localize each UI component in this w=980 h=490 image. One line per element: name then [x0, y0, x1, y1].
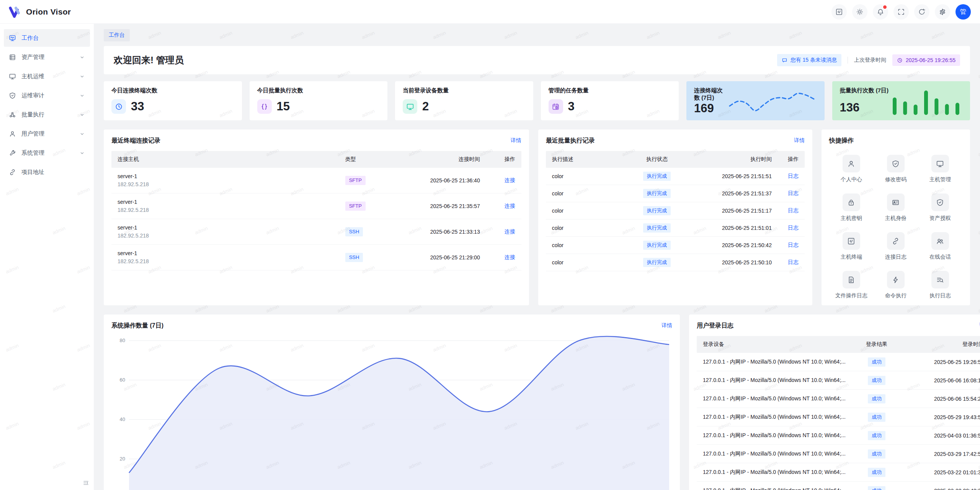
batch-execution-row: color执行完成2025-06-25 21:51:01日志	[546, 220, 805, 237]
sidebar-item-label: 资产管理	[21, 54, 44, 61]
connect-link[interactable]: 连接	[505, 254, 515, 260]
sidebar-item-label: 批量执行	[21, 111, 44, 118]
quick-action-命令执行[interactable]: 命令执行	[874, 271, 918, 299]
execution-status-tag: 执行完成	[643, 241, 671, 250]
quick-action-主机密钥[interactable]: 主机密钥	[829, 193, 874, 222]
host-name: server-1	[118, 249, 337, 257]
breadcrumb: 工作台	[104, 29, 970, 41]
log-link[interactable]: 日志	[788, 225, 799, 231]
sidebar-item-host-operations[interactable]: 主机运维	[4, 67, 90, 85]
column-header: 登录时间	[902, 341, 980, 348]
panel-title: 最近终端连接记录	[111, 137, 160, 145]
user-icon	[9, 130, 16, 138]
stat-label: 连接终端次数 (7日)	[694, 87, 727, 102]
bottom-row: 系统操作数量 (7日) 详情 0204060802025-06-192025-0…	[104, 315, 970, 490]
monitor-icon	[9, 73, 16, 80]
user-avatar[interactable]: 管	[956, 4, 971, 20]
quick-action-label: 修改密码	[885, 176, 906, 183]
login-device: 127.0.0.1 - 内网IP - Mozilla/5.0 (Windows …	[697, 395, 852, 402]
unread-messages-badge[interactable]: 您有 15 条未读消息	[777, 54, 841, 66]
panel-title: 快捷操作	[829, 137, 854, 145]
settings-icon[interactable]	[935, 4, 950, 20]
stat-card: 今日连接终端次数33	[104, 81, 242, 120]
sidebar-item-ops-audit[interactable]: 运维审计	[4, 87, 90, 104]
stat-card: 今日批量执行次数15	[250, 81, 388, 120]
batch-execution-row: color执行完成2025-06-25 21:50:42日志	[546, 237, 805, 254]
execution-time: 2025-06-25 21:51:17	[686, 208, 772, 214]
login-device: 127.0.0.1 - 内网IP - Mozilla/5.0 (Windows …	[697, 359, 852, 365]
batch-execution-row: color执行完成2025-06-25 21:51:17日志	[546, 202, 805, 220]
quick-action-执行日志[interactable]: 执行日志	[918, 271, 962, 299]
collapse-sidebar-button[interactable]	[83, 480, 89, 486]
execution-description: color	[546, 208, 628, 214]
quick-action-文件操作日志[interactable]: 文件操作日志	[829, 271, 874, 299]
refresh-icon[interactable]	[914, 4, 929, 20]
breadcrumb-item-workbench[interactable]: 工作台	[104, 29, 130, 41]
unread-messages-text: 您有 15 条未读消息	[791, 57, 837, 64]
sidebar-item-workbench[interactable]: 工作台	[4, 29, 90, 47]
host-name: server-1	[118, 198, 337, 206]
connect-time: 2025-06-25 21:33:13	[390, 229, 482, 235]
quick-action-主机终端[interactable]: 主机终端	[829, 232, 874, 261]
quick-action-label: 命令执行	[885, 292, 906, 299]
quick-action-主机身份[interactable]: 主机身份	[874, 193, 918, 222]
chevron-down-icon	[79, 54, 85, 60]
chevron-down-icon	[79, 93, 85, 98]
theme-icon[interactable]	[852, 4, 867, 20]
sidebar-item-batch-execution[interactable]: 批量执行	[4, 106, 90, 123]
quick-action-label: 连接日志	[885, 254, 906, 261]
link-icon	[9, 169, 16, 176]
terminal-connection-row: server-1182.92.5.218SFTP2025-06-25 21:35…	[111, 193, 521, 219]
terminal-detail-link[interactable]: 详情	[511, 137, 521, 144]
log-link[interactable]: 日志	[788, 173, 799, 179]
column-header: 登录结果	[852, 341, 902, 348]
quick-action-修改密码[interactable]: 修改密码	[874, 155, 918, 183]
quick-action-连接日志[interactable]: 连接日志	[874, 232, 918, 261]
sidebar-item-user-management[interactable]: 用户管理	[4, 125, 90, 143]
brand: Orion Visor	[8, 5, 71, 19]
terminal-connection-row: server-1182.92.5.218SSH2025-06-25 21:29:…	[111, 245, 521, 270]
code-icon[interactable]	[831, 4, 847, 20]
login-device: 127.0.0.1 - 内网IP - Mozilla/5.0 (Windows …	[697, 487, 852, 490]
execution-description: color	[546, 190, 628, 197]
execution-time: 2025-06-25 21:50:10	[686, 259, 772, 265]
sidebar-item-label: 用户管理	[21, 130, 44, 138]
execution-time: 2025-06-25 21:51:37	[686, 190, 772, 197]
login-time: 2025-06-06 15:54:26	[902, 396, 980, 402]
connect-link[interactable]: 连接	[505, 177, 515, 183]
host-name: server-1	[118, 224, 337, 232]
column-header: 连接时间	[390, 156, 482, 163]
column-header: 操作	[772, 156, 805, 163]
connect-link[interactable]: 连接	[505, 203, 515, 209]
notifications-icon[interactable]	[873, 4, 888, 20]
ops-chart-panel: 系统操作数量 (7日) 详情 0204060802025-06-192025-0…	[104, 315, 680, 490]
batch-detail-link[interactable]: 详情	[794, 137, 805, 144]
last-login-time: 2025-06-25 19:26:55	[906, 57, 956, 63]
quick-action-个人中心[interactable]: 个人中心	[829, 155, 874, 183]
sidebar-item-asset-management[interactable]: 资产管理	[4, 48, 90, 66]
host-name: server-1	[118, 172, 337, 180]
svg-text:60: 60	[120, 377, 125, 383]
quick-actions-grid: 个人中心修改密码主机管理主机密钥主机身份资产授权主机终端连接日志在线会话文件操作…	[829, 155, 962, 299]
connect-link[interactable]: 连接	[505, 228, 515, 234]
log-link[interactable]: 日志	[788, 259, 799, 265]
log-link[interactable]: 日志	[788, 207, 799, 213]
middle-row: 最近终端连接记录 详情 连接主机类型连接时间操作server-1182.92.5…	[104, 129, 970, 305]
terminal-connection-row: server-1182.92.5.218SFTP2025-06-25 21:36…	[111, 168, 521, 193]
batch-execution-row: color执行完成2025-06-25 21:50:10日志	[546, 254, 805, 271]
quick-action-在线会话[interactable]: 在线会话	[918, 232, 962, 261]
fullscreen-icon[interactable]	[893, 4, 909, 20]
login-result-tag: 成功	[868, 376, 885, 385]
ops-detail-link[interactable]: 详情	[662, 322, 672, 329]
column-header: 类型	[343, 156, 390, 163]
quick-action-主机管理[interactable]: 主机管理	[918, 155, 962, 183]
quick-action-label: 在线会话	[929, 254, 951, 261]
header-actions: 管	[831, 4, 971, 20]
sidebar-item-project-url[interactable]: 项目地址	[4, 163, 90, 181]
user-icon	[843, 155, 860, 172]
log-link[interactable]: 日志	[788, 242, 799, 248]
sidebar-item-system-management[interactable]: 系统管理	[4, 144, 90, 162]
login-log-row: 127.0.0.1 - 内网IP - Mozilla/5.0 (Windows …	[697, 408, 980, 426]
quick-action-资产授权[interactable]: 资产授权	[918, 193, 962, 222]
log-link[interactable]: 日志	[788, 190, 799, 196]
